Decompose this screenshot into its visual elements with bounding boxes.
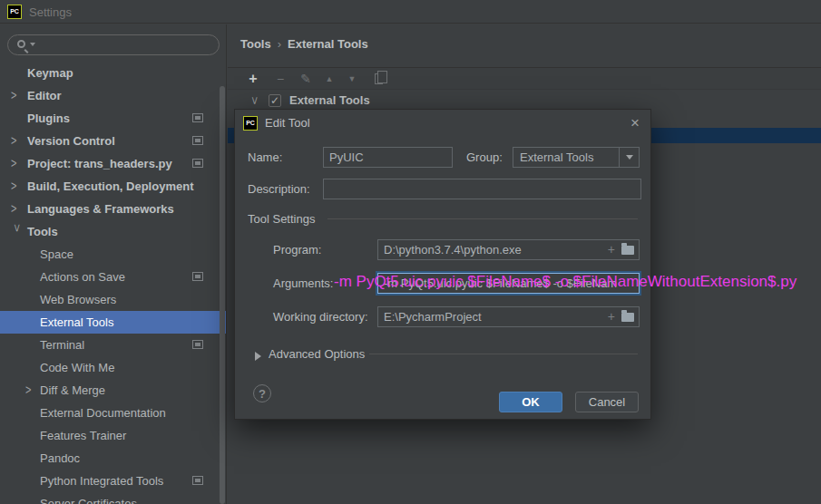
sidebar-item-actions-on-save[interactable]: Actions on Save (0, 266, 227, 288)
sidebar-item-build-execution-deployment[interactable]: Build, Execution, Deployment (0, 175, 227, 198)
edit-tool-button[interactable]: ✎ (297, 68, 315, 90)
sidebar-item-version-control[interactable]: Version Control (0, 130, 227, 152)
settings-page-icon (192, 136, 203, 145)
working-directory-label: Working directory: (273, 310, 368, 324)
sidebar-item-web-browsers[interactable]: Web Browsers (0, 288, 227, 311)
settings-page-icon (192, 476, 203, 485)
cancel-button[interactable]: Cancel (575, 392, 639, 412)
dialog-titlebar: PC Edit Tool × (235, 110, 650, 137)
description-label: Description: (248, 182, 310, 196)
arguments-field[interactable]: -m PyQt5.uic.pyuic $FileName$ -o $FileNa… (377, 273, 640, 294)
chevron-down-icon[interactable] (245, 96, 265, 104)
close-icon[interactable]: × (630, 114, 640, 132)
section-divider (327, 218, 638, 219)
tools-toolbar: + − ✎ ▲ ▼ (228, 67, 821, 90)
sidebar-item-keymap[interactable]: Keymap (0, 62, 227, 84)
remove-tool-button[interactable]: − (271, 68, 289, 90)
sidebar-item-external-documentation[interactable]: External Documentation (0, 402, 227, 424)
dropdown-arrow-icon[interactable] (619, 148, 639, 167)
breadcrumb: Tools›External Tools (240, 37, 368, 51)
sidebar-item-pandoc[interactable]: Pandoc (0, 447, 227, 470)
chevron-down-icon (5, 224, 28, 239)
external-tools-tree-root[interactable]: ✓ External Tools (228, 91, 821, 111)
breadcrumb-separator: › (271, 37, 288, 51)
breadcrumb-external-tools: External Tools (288, 37, 368, 51)
pycharm-logo-icon: PC (7, 5, 22, 19)
sidebar-item-external-tools[interactable]: External Tools (0, 311, 227, 334)
search-icon (17, 40, 25, 48)
sidebar-item-languages-frameworks[interactable]: Languages & Frameworks (0, 198, 227, 220)
browse-folder-icon[interactable] (621, 246, 634, 255)
group-select[interactable]: External Tools (513, 147, 640, 168)
name-field[interactable]: PyUIC (323, 147, 453, 168)
group-selected-value: External Tools (520, 148, 593, 167)
pycharm-logo-icon: PC (243, 116, 258, 131)
group-label: Group: (466, 150, 503, 164)
tree-root-label: External Tools (289, 91, 370, 111)
sidebar-item-tools[interactable]: Tools (0, 220, 227, 243)
settings-page-icon (192, 159, 203, 168)
settings-page-icon (192, 113, 203, 122)
sidebar-item-terminal[interactable]: Terminal (0, 334, 227, 356)
advanced-divider (369, 354, 638, 354)
expand-arrow-icon[interactable] (255, 352, 261, 361)
edit-tool-dialog: PC Edit Tool × Name: PyUIC Group: Extern… (234, 109, 651, 420)
move-up-button[interactable]: ▲ (320, 68, 338, 90)
sidebar-item-python-integrated-tools[interactable]: Python Integrated Tools (0, 470, 227, 492)
browse-folder-icon[interactable] (621, 313, 634, 322)
help-button[interactable]: ? (253, 384, 271, 402)
working-directory-field[interactable]: E:\PycharmProject + (377, 306, 640, 327)
settings-sidebar: Keymap Editor Plugins Version Control Pr… (0, 24, 227, 504)
sidebar-item-plugins[interactable]: Plugins (0, 107, 227, 130)
ok-button[interactable]: OK (499, 392, 562, 412)
move-down-button[interactable]: ▼ (343, 68, 361, 90)
arguments-label: Arguments: (273, 276, 333, 290)
sidebar-scrollbar[interactable] (220, 86, 225, 504)
insert-macro-icon[interactable]: + (608, 309, 615, 324)
sidebar-item-space[interactable]: Space (0, 243, 227, 266)
program-value: D:\python3.7.4\python.exe (384, 243, 522, 257)
name-label: Name: (248, 150, 282, 164)
search-input[interactable] (7, 34, 220, 55)
breadcrumb-tools[interactable]: Tools (240, 37, 271, 51)
search-options-chevron-icon (30, 43, 35, 46)
insert-macro-icon[interactable]: + (608, 242, 615, 257)
working-directory-value: E:\PycharmProject (384, 310, 482, 324)
settings-page-icon (192, 340, 203, 349)
program-field[interactable]: D:\python3.7.4\python.exe + (377, 239, 640, 260)
settings-category-list: Keymap Editor Plugins Version Control Pr… (0, 62, 227, 504)
tool-settings-section-label: Tool Settings (248, 212, 315, 226)
settings-page-icon (192, 272, 203, 281)
sidebar-item-editor[interactable]: Editor (0, 84, 227, 107)
program-label: Program: (273, 243, 321, 257)
sidebar-item-project[interactable]: Project: trans_headers.py (0, 152, 227, 175)
external-tools-checkbox[interactable]: ✓ (269, 94, 281, 107)
copy-tool-button[interactable] (375, 73, 383, 84)
dialog-title: Edit Tool (265, 116, 310, 130)
sidebar-item-features-trainer[interactable]: Features Trainer (0, 424, 227, 447)
window-titlebar: PC Settings (0, 0, 821, 24)
description-field[interactable] (323, 179, 641, 199)
advanced-options-toggle[interactable]: Advanced Options (269, 347, 365, 361)
sidebar-item-diff-merge[interactable]: Diff & Merge (0, 379, 227, 402)
sidebar-item-server-certificates[interactable]: Server Certificates (0, 492, 227, 504)
window-title: Settings (29, 5, 72, 19)
add-tool-button[interactable]: + (244, 68, 262, 90)
